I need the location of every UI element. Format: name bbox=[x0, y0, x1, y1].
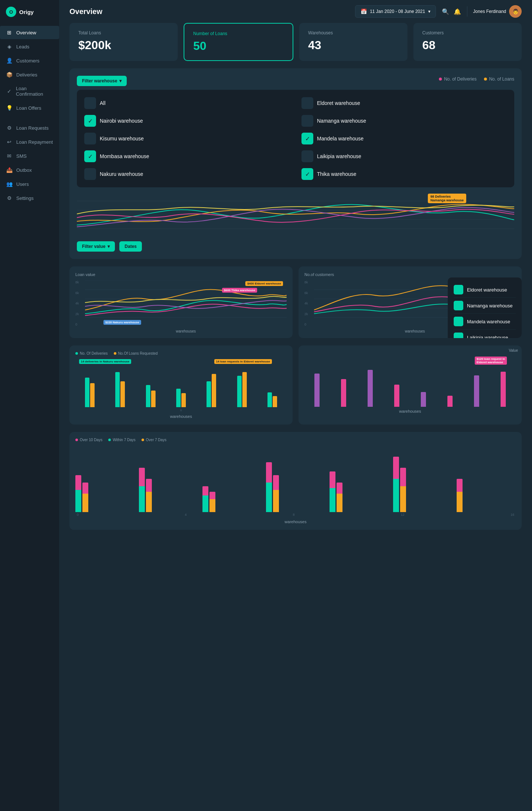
warehouse-item-mombasa[interactable]: ✓ Mombasa warehouse bbox=[84, 150, 290, 162]
warehouse-item-thika[interactable]: ✓ Thika warehouse bbox=[301, 168, 507, 180]
customers-card: Customers 68 bbox=[413, 23, 522, 61]
chart4-tooltip1: $120 loan request inEldoret warehouse bbox=[475, 357, 507, 365]
loans-legend-sm: No.Of Loans Requested bbox=[118, 351, 158, 355]
bar bbox=[273, 475, 279, 490]
wh-checkbox-thika[interactable]: ✓ bbox=[301, 168, 313, 180]
wh-checkbox-mandela[interactable]: ✓ bbox=[301, 133, 313, 144]
warehouse-item-nairobi[interactable]: ✓ Nairobi warehouse bbox=[84, 115, 290, 127]
sidebar-item-loan-repayment[interactable]: ↩ Loan Repayment bbox=[0, 135, 59, 149]
warehouse-name-nakuru: Nakuru warehouse bbox=[100, 171, 143, 177]
wh-checkbox-laikipia[interactable] bbox=[301, 150, 313, 162]
chart3-bars bbox=[75, 359, 287, 407]
search-button[interactable]: 🔍 bbox=[442, 8, 449, 15]
wh-checkbox-all[interactable] bbox=[84, 97, 96, 109]
chart3-area: 14 deliveries in Nakuru warehouse 14 loa… bbox=[75, 359, 287, 412]
filter-warehouse-button[interactable]: Filter warehouse ▾ bbox=[77, 76, 127, 86]
bar bbox=[237, 376, 242, 407]
loan-requests-icon: ⚙ bbox=[6, 125, 13, 131]
sidebar-label-settings: Settings bbox=[16, 195, 34, 201]
sidebar-item-sms[interactable]: ✉ SMS bbox=[0, 149, 59, 163]
user-info: Jones Ferdinand 👨 bbox=[473, 5, 522, 18]
logo: O Origy bbox=[0, 0, 59, 26]
bar-group-5 bbox=[330, 471, 389, 512]
notification-button[interactable]: 🔔 bbox=[454, 8, 461, 15]
sidebar-item-deliveries[interactable]: 📦 Deliveries bbox=[0, 68, 59, 81]
bar bbox=[82, 483, 88, 494]
chart-legend: No. of Deliveries No. of Loans bbox=[439, 76, 514, 82]
sidebar-item-loan-requests[interactable]: ⚙ Loan Requests bbox=[0, 121, 59, 134]
sidebar-item-settings[interactable]: ⚙ Settings bbox=[0, 191, 59, 205]
dropdown2-laikipia[interactable]: Laikipia warehouse bbox=[454, 330, 516, 338]
within7-dot bbox=[108, 439, 111, 441]
sidebar-item-leads[interactable]: ◈ Leads bbox=[0, 40, 59, 53]
date-range-button[interactable]: 📅 11 Jan 2020 - 08 June 2021 ▾ bbox=[355, 5, 436, 18]
bar bbox=[457, 492, 463, 512]
chart1-xlabel: warehouses bbox=[85, 329, 287, 333]
sidebar-item-users[interactable]: 👥 Users bbox=[0, 177, 59, 191]
warehouse-item-all[interactable]: All bbox=[84, 97, 290, 109]
cb2-eldoret[interactable] bbox=[454, 285, 463, 294]
dropdown2-namanga[interactable]: Namanga warehouse bbox=[454, 298, 516, 314]
bar bbox=[146, 385, 150, 407]
sidebar-item-loan-offers[interactable]: 💡 Loan Offers bbox=[0, 101, 59, 115]
deliveries-loans-chart: No. Of Deliveries No.Of Loans Requested … bbox=[69, 345, 293, 425]
wh-checkbox-nakuru[interactable] bbox=[84, 168, 96, 180]
total-loans-value: $200k bbox=[78, 38, 169, 52]
stat-cards: Total Loans $200k Number of Loans 50 War… bbox=[69, 23, 522, 61]
sidebar-item-overview[interactable]: ⊞ Overview bbox=[0, 26, 59, 39]
warehouse-name-all: All bbox=[100, 100, 106, 106]
warehouse-item-laikipia[interactable]: Laikipia warehouse bbox=[301, 150, 507, 162]
bar bbox=[151, 391, 156, 407]
wh-checkbox-namanga[interactable] bbox=[301, 115, 313, 127]
dropdown2-laikipia-label: Laikipia warehouse bbox=[467, 335, 508, 338]
warehouse-name-mandela: Mandela warehouse bbox=[317, 136, 364, 142]
settings-icon: ⚙ bbox=[6, 195, 13, 201]
cb2-mandela[interactable] bbox=[454, 317, 463, 326]
line-chart-area: 98 DeliveriesNamanga warehouse bbox=[77, 192, 514, 236]
warehouse-item-nakuru[interactable]: Nakuru warehouse bbox=[84, 168, 290, 180]
wh-checkbox-kisumu[interactable] bbox=[84, 133, 96, 144]
warehouse-dropdown: All Eldoret warehouse ✓ Nairobi warehous… bbox=[77, 90, 514, 187]
customers-value: 68 bbox=[422, 38, 513, 52]
legend-deliveries-sm: No. Of Deliveries bbox=[75, 351, 108, 355]
bar bbox=[393, 479, 399, 512]
warehouse-name-kisumu: Kisumu warehouse bbox=[100, 136, 144, 142]
warehouse-item-namanga[interactable]: Namanga warehouse bbox=[301, 115, 507, 127]
filter-dates-button[interactable]: Dates bbox=[119, 241, 142, 252]
sidebar-label-users: Users bbox=[16, 181, 29, 187]
total-loans-label: Total Loans bbox=[78, 30, 169, 35]
warehouses-card: Warehouses 43 bbox=[299, 23, 407, 61]
wh-checkbox-eldoret[interactable] bbox=[301, 97, 313, 109]
sidebar: O Origy ⊞ Overview ◈ Leads 👤 Customers 📦… bbox=[0, 0, 59, 811]
sidebar-item-loan-confirmation[interactable]: ✓ Loan Confirmation bbox=[0, 82, 59, 100]
dropdown2-eldoret-label: Eldoret warehouse bbox=[467, 287, 507, 293]
warehouse-name-mombasa: Mombasa warehouse bbox=[100, 153, 149, 159]
cb2-namanga[interactable] bbox=[454, 301, 463, 310]
cb2-laikipia[interactable] bbox=[454, 333, 463, 338]
date-range-text: 11 Jan 2020 - 08 June 2021 bbox=[370, 9, 425, 14]
wh-checkbox-mombasa[interactable]: ✓ bbox=[84, 150, 96, 162]
users-icon: 👥 bbox=[6, 181, 13, 187]
legend-over10: Over 10 Days bbox=[75, 438, 102, 442]
warehouse-item-mandela[interactable]: ✓ Mandela warehouse bbox=[301, 133, 507, 144]
charts-grid-row2: No. Of Deliveries No.Of Loans Requested … bbox=[69, 345, 522, 425]
dropdown2-eldoret[interactable]: Eldoret warehouse bbox=[454, 282, 516, 298]
filter-value-button[interactable]: Filter value ▾ bbox=[77, 241, 115, 252]
wh-checkbox-nairobi[interactable]: ✓ bbox=[84, 115, 96, 127]
sidebar-label-loan-confirmation: Loan Confirmation bbox=[16, 86, 53, 97]
bar bbox=[212, 374, 216, 407]
warehouse-name-thika: Thika warehouse bbox=[317, 171, 357, 177]
bar-group-1 bbox=[75, 475, 134, 512]
chart1-content: 0 2k 4k 6k 8k bbox=[75, 280, 287, 332]
dropdown2-mandela[interactable]: Mandela warehouse bbox=[454, 314, 516, 330]
warehouse-name-laikipia: Laikipia warehouse bbox=[317, 153, 361, 159]
sidebar-item-customers[interactable]: 👤 Customers bbox=[0, 54, 59, 67]
warehouse-item-eldoret[interactable]: Eldoret warehouse bbox=[301, 97, 507, 109]
warehouse-item-kisumu[interactable]: Kisumu warehouse bbox=[84, 133, 290, 144]
within7-label: Within 7 Days bbox=[113, 438, 136, 442]
header: Overview 📅 11 Jan 2020 - 08 June 2021 ▾ … bbox=[59, 0, 532, 23]
sidebar-item-outbox[interactable]: 📤 Outbox bbox=[0, 163, 59, 177]
chart1-tooltip2: $600 Thika warehouse bbox=[222, 288, 257, 293]
chart1-area: $400 Eldoret warehouse $600 Thika wareho… bbox=[85, 280, 287, 332]
main-content: Overview 📅 11 Jan 2020 - 08 June 2021 ▾ … bbox=[59, 0, 532, 811]
